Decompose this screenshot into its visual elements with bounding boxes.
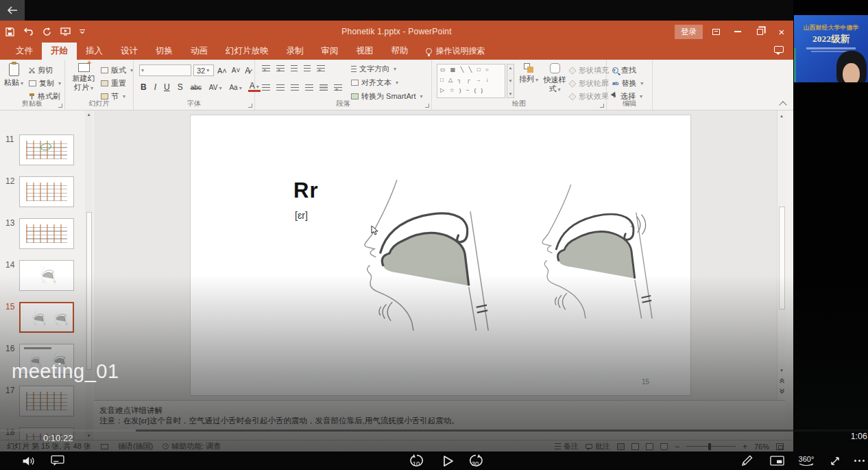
ppt-close-button[interactable]: × — [773, 23, 791, 40]
paragraph-dialog-launcher-icon[interactable] — [425, 104, 429, 108]
drawing-dialog-launcher-icon[interactable] — [600, 104, 604, 108]
tab-record[interactable]: 录制 — [278, 43, 313, 60]
quick-styles-button[interactable]: 快速样式 — [540, 63, 569, 93]
line-spacing-icon[interactable] — [317, 65, 325, 71]
slide-thumbnail[interactable] — [19, 176, 74, 207]
fullscreen-button[interactable] — [825, 451, 845, 470]
tab-design[interactable]: 设计 — [112, 43, 147, 60]
zoom-in-icon[interactable]: + — [743, 442, 747, 451]
layout-button[interactable]: 版式 — [101, 65, 133, 75]
ribbon-display-options-button[interactable] — [707, 23, 725, 40]
font-dialog-launcher-icon[interactable] — [248, 104, 252, 108]
slideshow-view-icon[interactable] — [660, 443, 668, 450]
zoom-percentage[interactable]: 76% — [754, 443, 769, 451]
text-shadow-button[interactable]: S — [176, 82, 184, 92]
next-slide-icon[interactable] — [777, 386, 786, 395]
scroll-up-icon[interactable]: ▲ — [85, 110, 93, 118]
justify-icon[interactable] — [305, 84, 313, 91]
language-indicator[interactable]: 德语(德国) — [118, 441, 153, 451]
tab-file[interactable]: 文件 — [7, 43, 42, 60]
comments-bubble-icon[interactable] — [774, 46, 784, 53]
tab-review[interactable]: 审阅 — [313, 43, 348, 60]
tab-home[interactable]: 开始 — [42, 43, 77, 60]
collapse-ribbon-icon[interactable] — [780, 99, 786, 106]
change-case-button[interactable]: Aa — [228, 84, 243, 91]
clear-formatting-icon[interactable]: A̷ — [243, 66, 252, 75]
slide-thumbnail[interactable] — [19, 302, 74, 333]
increase-indent-icon[interactable] — [304, 65, 311, 71]
notes-pane[interactable]: 发音难点详细讲解 注意：在发[ɛr]这个音时，空气通过小舌时会引起小舌的震动，发… — [94, 400, 785, 440]
ppt-restore-button[interactable] — [751, 23, 769, 40]
draw-button[interactable] — [738, 451, 756, 470]
scroll-down-icon[interactable]: ▼ — [777, 366, 786, 375]
scroll-down-icon[interactable]: ▼ — [85, 432, 93, 439]
play-button[interactable] — [439, 451, 457, 470]
ppt-minimize-button[interactable] — [729, 23, 747, 40]
cut-button[interactable]: 剪切 — [29, 65, 53, 75]
slide-sorter-view-icon[interactable] — [631, 443, 639, 450]
skip-forward-30-button[interactable]: 30 — [466, 451, 485, 470]
arrange-button[interactable]: 排列 — [518, 63, 539, 84]
new-slide-button[interactable]: 新建幻灯片 — [71, 63, 97, 92]
zoom-slider[interactable] — [686, 446, 736, 447]
editor-scrollbar[interactable]: ▲ ▼ — [777, 110, 785, 400]
pip-button[interactable] — [767, 451, 787, 470]
more-options-button[interactable] — [852, 451, 867, 470]
tab-transitions[interactable]: 切换 — [147, 43, 182, 60]
align-text-button[interactable]: 对齐文本 — [351, 78, 398, 88]
paste-button[interactable]: 粘贴 — [4, 63, 23, 87]
normal-view-icon[interactable] — [617, 443, 625, 450]
numbering-icon[interactable] — [276, 65, 285, 71]
accessibility-status[interactable]: 辅助功能: 调查 — [162, 441, 221, 451]
italic-button[interactable]: I — [153, 82, 158, 92]
align-center-icon[interactable] — [276, 84, 285, 91]
replace-button[interactable]: ab替换 — [612, 78, 643, 89]
volume-button[interactable] — [19, 451, 37, 470]
add-remove-columns-icon[interactable] — [334, 84, 342, 91]
slide-thumbnail[interactable] — [19, 218, 74, 249]
reading-view-icon[interactable] — [646, 443, 653, 450]
shrink-font-icon[interactable]: A˅ — [230, 67, 242, 74]
comments-toggle[interactable]: 批注 — [586, 441, 610, 451]
slide-thumbnail[interactable] — [19, 386, 74, 416]
bold-button[interactable]: B — [139, 82, 148, 92]
skip-back-10-button[interactable]: 10 — [407, 451, 426, 470]
columns-icon[interactable] — [320, 84, 328, 91]
scrollbar-thumb[interactable] — [86, 212, 92, 370]
tab-animations[interactable]: 动画 — [182, 43, 217, 60]
login-button[interactable]: 登录 — [675, 25, 703, 39]
slide-thumbnail[interactable] — [19, 260, 74, 291]
font-name-combo[interactable] — [139, 64, 191, 76]
grow-font-icon[interactable]: A˄ — [216, 67, 228, 75]
display-settings[interactable] — [101, 444, 108, 449]
fit-to-window-icon[interactable] — [776, 443, 784, 450]
shapes-gallery-scrollbar[interactable]: ▲▼▼ — [507, 64, 514, 98]
underline-button[interactable]: U — [162, 82, 171, 92]
scroll-up-icon[interactable]: ▲ — [777, 111, 786, 120]
slide-thumbnail[interactable] — [19, 134, 74, 165]
tab-help[interactable]: 帮助 — [383, 43, 418, 60]
zoom-out-icon[interactable]: − — [675, 442, 679, 451]
align-right-icon[interactable] — [291, 84, 299, 91]
copy-button[interactable]: 复制 — [29, 78, 61, 89]
font-size-combo[interactable]: 32 — [193, 64, 214, 76]
slide-canvas[interactable]: Rr [ɛr] 15 — [190, 115, 691, 396]
rotate-360-button[interactable]: 360° — [794, 451, 819, 470]
tab-view[interactable]: 视图 — [348, 43, 383, 60]
captions-button[interactable] — [48, 451, 67, 470]
character-spacing-button[interactable]: AV — [208, 84, 224, 91]
reset-button[interactable]: 重置 — [101, 78, 126, 89]
bullets-icon[interactable] — [262, 65, 270, 71]
zoom-slider-thumb[interactable] — [708, 443, 711, 450]
previous-slide-icon[interactable] — [777, 376, 786, 385]
find-button[interactable]: 查找 — [612, 65, 636, 75]
decrease-indent-icon[interactable] — [291, 65, 298, 71]
shapes-gallery[interactable] — [437, 64, 505, 98]
thumbnail-scrollbar[interactable]: ▲ ▼ — [85, 110, 93, 440]
back-button[interactable] — [0, 0, 25, 21]
scrollbar-thumb[interactable] — [779, 207, 785, 309]
seek-bar[interactable] — [0, 430, 868, 432]
notes-toggle[interactable]: 备注 — [555, 441, 579, 451]
tab-insert[interactable]: 插入 — [77, 43, 112, 60]
tab-slideshow[interactable]: 幻灯片放映 — [217, 43, 278, 60]
